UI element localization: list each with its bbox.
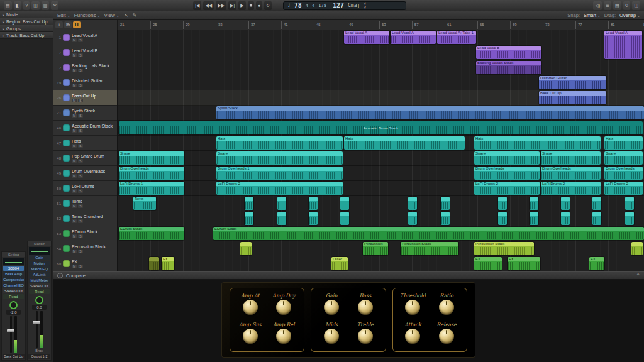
region-bass-cut-up[interactable]: Bass Cut Up [539, 91, 606, 104]
region-snare[interactable]: Snare [541, 151, 601, 165]
region-snare[interactable]: Snare [474, 151, 540, 165]
plugin-slot[interactable]: Channel EQ [3, 283, 24, 288]
record-button[interactable]: ● [256, 1, 262, 10]
region-clip[interactable] [340, 197, 349, 210]
region-toms[interactable]: Toms [133, 197, 156, 210]
track-header-percussion-stack[interactable]: 54Percussion StackMS [53, 241, 117, 256]
lcd-time-signature[interactable]: 4 4 [364, 2, 366, 9]
mute-button[interactable]: M [72, 69, 77, 72]
mute-button[interactable]: M [72, 99, 77, 102]
solo-button[interactable]: S [78, 174, 83, 178]
track-header-hats[interactable]: 47HatsMS [53, 136, 117, 151]
region-lead-vocal-a[interactable]: Lead Vocal A [391, 31, 436, 44]
duplicate-track-button[interactable]: ⧉ [64, 21, 72, 28]
gain-knob[interactable] [324, 300, 339, 315]
automation-mode-button[interactable]: Read [3, 294, 24, 299]
patch-slot[interactable]: S0004 [3, 266, 24, 271]
mute-button[interactable]: M [72, 189, 77, 193]
mute-button[interactable]: M [72, 38, 77, 42]
quick-help-icon[interactable]: ? [23, 1, 30, 10]
volume-fader[interactable] [36, 311, 38, 348]
lcd-tempo[interactable]: 127 [333, 2, 344, 9]
cycle-button[interactable]: ↻ [264, 1, 272, 10]
mute-button[interactable]: M [72, 129, 77, 133]
solo-button[interactable]: S [78, 204, 83, 208]
track-header-pop-snare-drum[interactable]: 48Pop Snare DrumMS [53, 151, 117, 166]
automation-mode-button[interactable]: Read [29, 289, 50, 294]
region-drum-overheads[interactable]: Drum Overheads [541, 167, 601, 180]
solo-button[interactable]: S [78, 69, 83, 72]
mixer-icon[interactable]: ▥ [42, 1, 50, 10]
track-header-lead-vocal-b[interactable]: 7Lead Vocal BMS [53, 45, 117, 60]
region-synth-stack[interactable]: Synth Stack [216, 106, 644, 119]
master-volume-icon[interactable]: ◁) [593, 1, 602, 10]
region-clip[interactable] [277, 197, 286, 210]
region-clip[interactable] [277, 212, 286, 225]
inspector-section-region[interactable]: ▸Region: Bass Cut Up [0, 18, 53, 25]
solo-button[interactable]: S [78, 53, 83, 57]
region-clip[interactable] [245, 197, 253, 210]
mute-button[interactable]: M [72, 144, 77, 148]
plugin-slot[interactable]: Bass Amp [3, 272, 24, 277]
volume-fader[interactable] [10, 316, 12, 353]
track-header-toms[interactable]: 51TomsMS [53, 196, 117, 211]
solo-button[interactable]: S [78, 38, 83, 42]
region-edrum-stack[interactable]: EDrum Stack [213, 227, 644, 240]
region-drum-overheads[interactable]: Drum Overheads [119, 167, 184, 180]
threshold-knob[interactable] [405, 300, 420, 315]
region-snare[interactable]: Snare [216, 151, 343, 165]
region-clip[interactable] [498, 197, 507, 210]
track-header-distorted-guitar[interactable]: 19Distorted GuitarMS [53, 75, 117, 90]
hide-tracks-button[interactable]: H [73, 21, 80, 28]
inspector-section-movie[interactable]: ▸Movie [0, 11, 53, 18]
region-clip[interactable] [631, 242, 643, 255]
region-clip[interactable] [530, 197, 538, 210]
region-laser[interactable]: Laser [331, 257, 348, 270]
solo-button[interactable]: S [78, 250, 83, 253]
disclosure-triangle-icon[interactable]: ▸ [3, 33, 4, 38]
track-header-acoustic-drum-stack[interactable]: 46Acoustic Drum StackMS [53, 121, 117, 136]
region-clip[interactable] [592, 197, 601, 210]
eq-thumbnail[interactable] [3, 258, 24, 265]
region-clip[interactable] [149, 257, 159, 270]
mute-button[interactable]: M [72, 204, 77, 208]
plugin-slot[interactable]: Gain [29, 255, 50, 260]
mute-button[interactable]: M [72, 234, 77, 238]
region-fx[interactable]: FX [508, 257, 540, 270]
region-edrum-stack[interactable]: EDrum Stack [119, 227, 184, 240]
track-header-lofi-drums[interactable]: 50LoFi DrumsMS [53, 181, 117, 196]
region-hats[interactable]: Hats [344, 136, 465, 150]
region-clip[interactable] [441, 197, 450, 210]
mute-button[interactable]: M [72, 265, 77, 268]
track-header-bass-cut-up[interactable]: 26Bass Cut UpMS [53, 90, 117, 106]
region-fx[interactable]: FX [474, 257, 502, 270]
region-distorted-guitar[interactable]: Distorted Guitar [539, 76, 606, 89]
play-button[interactable]: ▶ [238, 1, 245, 10]
solo-button[interactable]: S [78, 265, 83, 268]
rewind-button[interactable]: ◀◀ [203, 1, 214, 10]
solo-button[interactable]: S [78, 234, 83, 238]
solo-button[interactable]: S [78, 219, 83, 223]
amp-at-knob[interactable] [243, 300, 258, 315]
mute-button[interactable]: M [72, 250, 77, 253]
treble-knob[interactable] [358, 329, 373, 344]
menu-edit[interactable]: Edit⌄ [57, 13, 70, 18]
lcd-display[interactable]: ♩ 78 4 4 178 127 Cmaj 4 4 [283, 1, 406, 10]
inspector-section-groups[interactable]: ▸Groups [0, 25, 53, 32]
region-lead-vocal-a[interactable]: Lead Vocal A [344, 31, 389, 44]
loop-browser-icon[interactable]: ↻ [623, 1, 631, 10]
region-clip[interactable] [441, 212, 450, 225]
strip-setting-button[interactable]: Setting [2, 252, 25, 257]
region-lofi-drums-1[interactable]: LoFi Drums 1 [119, 182, 184, 195]
output-slot[interactable]: Stereo Out [3, 288, 24, 293]
region-percussion-stack[interactable]: Percussion Stack [474, 242, 534, 255]
bass-knob[interactable] [358, 300, 373, 315]
amp-sus-knob[interactable] [243, 329, 258, 344]
region-percussion-stack[interactable]: Percussion Stack [401, 242, 458, 255]
arrange-lane[interactable] [118, 45, 644, 60]
region-clip[interactable] [625, 212, 634, 225]
output-slot[interactable]: Stereo Out [29, 283, 50, 288]
mute-button[interactable]: M [72, 114, 77, 118]
region-lofi-drums-2[interactable]: LoFi Drums 2 [474, 182, 540, 195]
solo-button[interactable]: S [78, 159, 83, 163]
